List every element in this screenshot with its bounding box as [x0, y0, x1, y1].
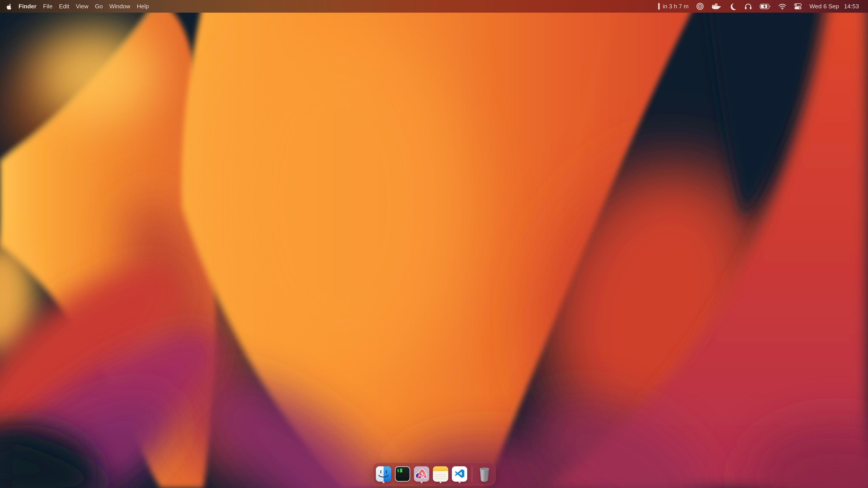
- wifi-menu-item[interactable]: [778, 3, 786, 10]
- dock-item-finder[interactable]: [376, 464, 391, 484]
- vscode-icon: [452, 466, 467, 482]
- wifi-icon: [778, 3, 786, 10]
- event-countdown[interactable]: in 3 h 7 m: [658, 2, 688, 10]
- dock-item-arc[interactable]: [414, 464, 429, 484]
- menu-go[interactable]: Go: [95, 0, 103, 13]
- 1password-icon: [696, 2, 704, 10]
- docker-icon: [712, 3, 721, 10]
- dock-item-terminal[interactable]: $: [395, 464, 410, 484]
- running-indicator: [459, 481, 461, 483]
- battery-menu-item[interactable]: [760, 4, 771, 9]
- menu-bar-clock[interactable]: Wed 6 Sep 14:53: [809, 3, 859, 10]
- terminal-icon: $: [395, 466, 410, 482]
- menu-bar-left: Finder File Edit View Go Window Help: [6, 0, 149, 13]
- focus-mode-moon-icon: [729, 3, 737, 10]
- menu-help[interactable]: Help: [137, 0, 149, 13]
- menu-file[interactable]: File: [43, 0, 53, 13]
- running-indicator: [440, 481, 442, 483]
- apple-menu[interactable]: [6, 3, 12, 10]
- dock-item-notes[interactable]: [433, 464, 448, 484]
- apple-logo-icon: [6, 3, 12, 10]
- focus-mode-menu-item[interactable]: [729, 3, 737, 10]
- trash-icon: [477, 466, 491, 483]
- clock-time: 14:53: [844, 3, 859, 10]
- running-indicator: [383, 481, 385, 483]
- dock-item-trash[interactable]: [477, 464, 492, 484]
- headphones-icon: [744, 3, 752, 10]
- running-indicator: [421, 481, 423, 483]
- desktop: Finder File Edit View Go Window Help in …: [0, 0, 868, 488]
- 1password-menu-item[interactable]: [696, 2, 704, 10]
- dock: $: [373, 463, 495, 485]
- clock-date: Wed 6 Sep: [809, 3, 839, 10]
- svg-text:$: $: [397, 468, 399, 473]
- dock-separator: [472, 466, 472, 482]
- control-center-menu-item[interactable]: [794, 3, 802, 10]
- menu-view[interactable]: View: [76, 0, 88, 13]
- menu-bar-status: in 3 h 7 m: [658, 2, 859, 10]
- docker-menu-item[interactable]: [712, 3, 721, 10]
- app-menu-finder[interactable]: Finder: [19, 0, 36, 13]
- menu-edit[interactable]: Edit: [59, 0, 69, 13]
- event-countdown-bar-icon: [658, 2, 660, 10]
- notes-icon: [433, 466, 448, 482]
- sound-output-menu-item[interactable]: [744, 3, 752, 10]
- event-countdown-label: in 3 h 7 m: [663, 3, 688, 10]
- dock-item-vscode[interactable]: [452, 464, 467, 484]
- wallpaper-ventura: [0, 0, 868, 488]
- menu-window[interactable]: Window: [110, 0, 130, 13]
- arc-browser-icon: [414, 466, 429, 482]
- finder-icon: [376, 466, 391, 482]
- control-center-icon: [794, 3, 802, 10]
- menu-bar: Finder File Edit View Go Window Help in …: [0, 0, 868, 13]
- battery-charging-icon: [760, 4, 771, 9]
